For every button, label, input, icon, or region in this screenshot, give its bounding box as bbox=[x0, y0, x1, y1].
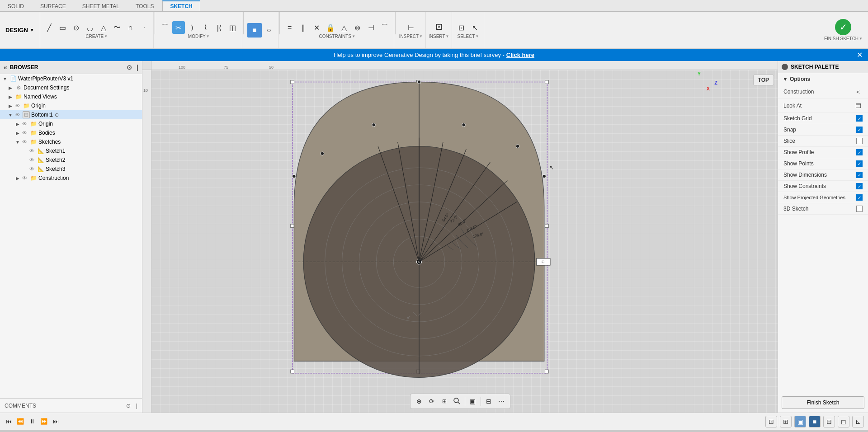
tree-arrow-named-views[interactable]: ▶ bbox=[7, 94, 14, 100]
banner-close-button[interactable]: ✕ bbox=[857, 51, 863, 59]
show-profile-checkbox[interactable]: ✓ bbox=[856, 149, 863, 155]
tree-arrow-root[interactable]: ▼ bbox=[2, 75, 8, 82]
tree-item-bodies[interactable]: ▶ 👁 📁 Bodies bbox=[0, 128, 142, 137]
rect-tool[interactable]: ▭ bbox=[57, 21, 69, 34]
insert-image-tool[interactable]: 🖼 bbox=[433, 21, 445, 34]
grid-settings-button[interactable]: ⊟ bbox=[483, 395, 495, 407]
palette-options-section[interactable]: ▼ Options bbox=[778, 73, 868, 85]
midpoint-tool[interactable]: △ bbox=[338, 21, 350, 34]
sketch-scale-tool[interactable]: |⟨ bbox=[213, 21, 226, 34]
sketch3-visibility-icon[interactable]: 👁 bbox=[29, 166, 34, 172]
show-projected-checkbox[interactable]: ✓ bbox=[856, 194, 863, 201]
constraints-label[interactable]: CONSTRAINTS ▼ bbox=[319, 34, 355, 39]
sketch-grid-checkbox[interactable]: ✓ bbox=[856, 115, 863, 122]
look-at-icon[interactable]: 🗖 bbox=[854, 101, 863, 110]
canvas-area[interactable]: 100 75 50 10 bbox=[142, 61, 778, 413]
extend-tool[interactable]: ⟩ bbox=[186, 21, 198, 34]
bottom1-visibility-icon[interactable]: 👁 bbox=[15, 112, 20, 117]
tree-arrow-construction[interactable]: ▶ bbox=[14, 175, 21, 181]
zoom-fit-button[interactable]: ⊞ bbox=[439, 395, 450, 407]
playback-next-button[interactable]: ⏩ bbox=[39, 417, 49, 427]
tab-surface[interactable]: SURFACE bbox=[33, 1, 74, 11]
status-timeline-icon[interactable]: ◻ bbox=[838, 416, 849, 427]
show-constraints-checkbox[interactable]: ✓ bbox=[856, 183, 863, 189]
offset-tool[interactable]: ◫ bbox=[226, 21, 239, 34]
trim-tool[interactable]: ✂ bbox=[172, 21, 185, 34]
circle-tool[interactable]: ⊙ bbox=[70, 21, 83, 34]
sketches-visibility-icon[interactable]: 👁 bbox=[22, 139, 27, 145]
construction-visibility-icon[interactable]: 👁 bbox=[22, 175, 27, 181]
finish-sketch-toolbar-button[interactable]: ✓ FINISH SKETCH ▼ bbox=[819, 12, 868, 48]
tree-item-sketch3[interactable]: 👁 📐 Sketch3 bbox=[0, 164, 142, 174]
tree-item-construction[interactable]: ▶ 👁 📁 Construction bbox=[0, 174, 142, 183]
browser-collapse-button[interactable]: « bbox=[4, 64, 7, 71]
canvas-drawing[interactable]: ⊡ bbox=[151, 70, 778, 413]
tab-sheetmetal[interactable]: SHEET METAL bbox=[75, 1, 127, 11]
polygon-tool[interactable]: △ bbox=[97, 21, 110, 34]
tab-tools[interactable]: TOOLS bbox=[128, 1, 161, 11]
view-label-top[interactable]: TOP bbox=[753, 75, 774, 85]
tree-arrow-doc-settings[interactable]: ▶ bbox=[7, 85, 14, 91]
snap-checkbox[interactable]: ✓ bbox=[856, 127, 863, 133]
zoom-button[interactable] bbox=[451, 395, 463, 407]
origin-visibility-icon[interactable]: 👁 bbox=[15, 103, 20, 108]
status-select-solid-icon[interactable]: ■ bbox=[809, 416, 821, 427]
orbit-button[interactable]: ⟳ bbox=[426, 395, 438, 407]
tree-item-bottom1[interactable]: ▼ 👁 ⊟ Bottom:1 ⊙ bbox=[0, 110, 142, 119]
playback-prev-button[interactable]: ⏪ bbox=[15, 417, 25, 427]
playback-last-button[interactable]: ⏭ bbox=[51, 417, 61, 427]
tree-item-root[interactable]: ▼ 📄 WaterPipeRouterV3 v1 bbox=[0, 74, 142, 83]
tree-item-b-origin[interactable]: ▶ 👁 📁 Origin bbox=[0, 119, 142, 128]
window-select-tool[interactable]: ⊡ bbox=[455, 21, 467, 34]
status-select-cross-icon[interactable]: ⊞ bbox=[780, 416, 792, 427]
tree-item-origin[interactable]: ▶ 👁 📁 Origin bbox=[0, 101, 142, 110]
sketch1-visibility-icon[interactable]: 👁 bbox=[29, 148, 34, 154]
comments-settings-icon[interactable]: ⊙ bbox=[126, 403, 131, 409]
concentric-tool[interactable]: ⊚ bbox=[351, 21, 364, 34]
line-tool[interactable]: ╱ bbox=[43, 21, 56, 34]
banner-link[interactable]: Click here bbox=[506, 52, 534, 58]
tree-item-named-views[interactable]: ▶ 📁 Named Views bbox=[0, 92, 142, 101]
status-select-box-icon[interactable]: ⊡ bbox=[765, 416, 777, 427]
show-dimensions-checkbox[interactable]: ✓ bbox=[856, 172, 863, 178]
display-settings-button[interactable]: ▣ bbox=[467, 395, 479, 407]
tab-solid[interactable]: SOLID bbox=[0, 1, 32, 11]
create-label[interactable]: CREATE ▼ bbox=[85, 34, 108, 39]
circle-outline-tool[interactable]: ○ bbox=[263, 24, 275, 37]
symmetry-tool[interactable]: ⊣ bbox=[365, 21, 377, 34]
measure-tool[interactable]: ⊢ bbox=[405, 21, 417, 34]
tree-arrow-origin[interactable]: ▶ bbox=[7, 103, 14, 109]
tree-arrow-bottom1[interactable]: ▼ bbox=[7, 112, 14, 118]
snapping-button[interactable]: ⋯ bbox=[495, 395, 507, 407]
playback-pause-button[interactable]: ⏸ bbox=[27, 417, 37, 427]
construction-angle-icon[interactable]: < bbox=[854, 87, 863, 96]
playback-first-button[interactable]: ⏮ bbox=[4, 417, 14, 427]
coincident-tool[interactable]: = bbox=[283, 21, 296, 34]
tree-arrow-b-origin[interactable]: ▶ bbox=[14, 121, 21, 127]
spline-tool[interactable]: 〜 bbox=[111, 21, 123, 34]
conic-tool[interactable]: ∩ bbox=[124, 21, 137, 34]
comments-split-icon[interactable]: | bbox=[136, 403, 137, 409]
browser-settings-icon[interactable]: ⊙ bbox=[127, 64, 132, 71]
tree-item-sketches[interactable]: ▼ 👁 📁 Sketches bbox=[0, 137, 142, 146]
finish-sketch-palette-button[interactable]: Finish Sketch bbox=[782, 396, 864, 409]
modify-label[interactable]: MODIFY ▼ bbox=[188, 34, 210, 39]
select-label[interactable]: SELECT ▼ bbox=[458, 34, 479, 39]
lock-tool[interactable]: 🔒 bbox=[324, 21, 337, 34]
fill-blue-tool[interactable]: ■ bbox=[247, 23, 262, 38]
status-extra-icon[interactable]: ⊾ bbox=[852, 416, 864, 427]
tree-item-doc-settings[interactable]: ▶ ⚙ Document Settings bbox=[0, 83, 142, 92]
show-points-checkbox[interactable]: ✓ bbox=[856, 160, 863, 167]
insert-label[interactable]: INSERT ▼ bbox=[429, 34, 449, 39]
break-tool[interactable]: ⌇ bbox=[199, 21, 212, 34]
bodies-visibility-icon[interactable]: 👁 bbox=[22, 130, 27, 136]
b-origin-visibility-icon[interactable]: 👁 bbox=[22, 121, 27, 127]
browser-split-icon[interactable]: | bbox=[137, 64, 138, 71]
tree-item-sketch2[interactable]: 👁 📐 Sketch2 bbox=[0, 155, 142, 164]
status-select-wireframe-icon[interactable]: ⊟ bbox=[823, 416, 835, 427]
3d-sketch-checkbox[interactable] bbox=[856, 206, 863, 212]
collinear-tool[interactable]: ∥ bbox=[297, 21, 310, 34]
sketch2-visibility-icon[interactable]: 👁 bbox=[29, 157, 34, 163]
point-tool[interactable]: · bbox=[138, 21, 151, 34]
tab-sketch[interactable]: SKETCH bbox=[162, 0, 200, 11]
